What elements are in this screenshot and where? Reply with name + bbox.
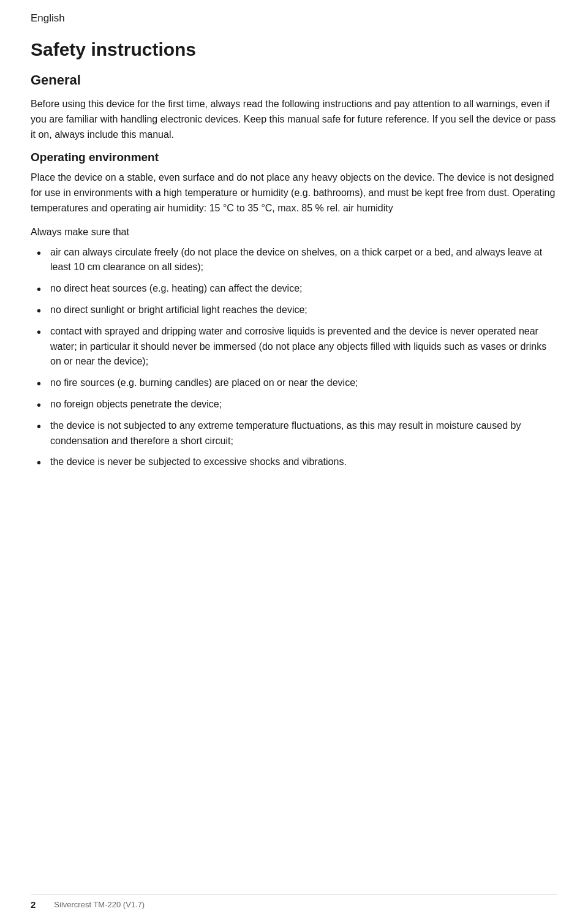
- operating-environment-title: Operating environment: [31, 151, 557, 164]
- footer-model: Silvercrest TM-220 (V1.7): [54, 900, 145, 909]
- list-item: the device is not subjected to any extre…: [37, 418, 557, 449]
- general-section-title: General: [31, 72, 557, 88]
- list-item: contact with sprayed and dripping water …: [37, 324, 557, 369]
- list-item: no foreign objects penetrate the device;: [37, 397, 557, 412]
- page-container: English Safety instructions General Befo…: [0, 0, 588, 922]
- operating-environment-paragraph: Place the device on a stable, even surfa…: [31, 170, 557, 216]
- list-item: no direct heat sources (e.g. heating) ca…: [37, 281, 557, 297]
- list-item: no direct sunlight or bright artificial …: [37, 303, 557, 318]
- footer: 2 Silvercrest TM-220 (V1.7): [31, 894, 557, 910]
- list-item: no fire sources (e.g. burning candles) a…: [37, 376, 557, 391]
- language-label: English: [31, 12, 557, 25]
- list-item: air can always circulate freely (do not …: [37, 245, 557, 276]
- page-number: 2: [31, 899, 36, 910]
- bullet-list: air can always circulate freely (do not …: [31, 245, 557, 470]
- always-make-sure-label: Always make sure that: [31, 225, 557, 240]
- list-item: the device is never be subjected to exce…: [37, 455, 557, 470]
- main-title: Safety instructions: [31, 39, 557, 60]
- general-paragraph: Before using this device for the first t…: [31, 97, 557, 142]
